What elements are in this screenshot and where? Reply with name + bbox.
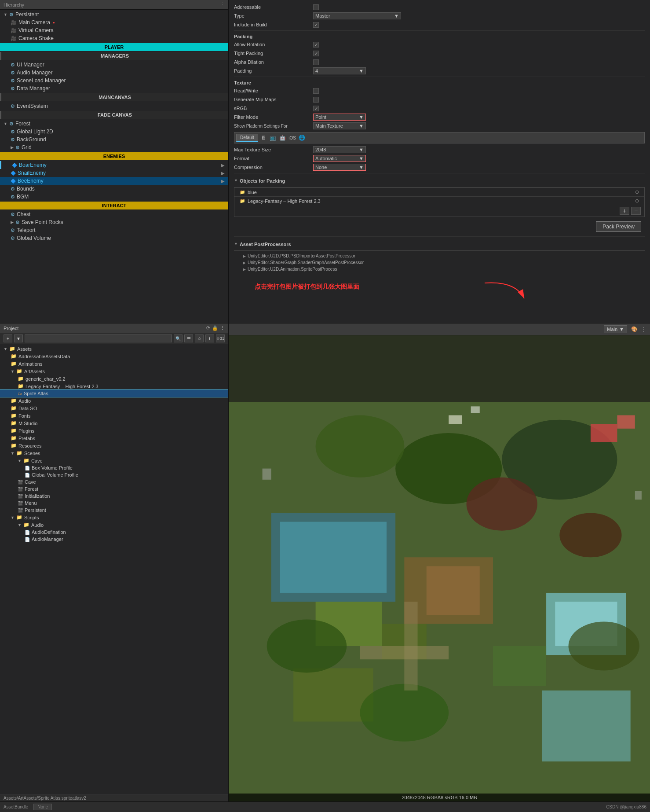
platform-ios[interactable]: iOS	[288, 133, 297, 142]
show-platform-row: Show Platform Settings For Main Texture …	[234, 121, 645, 130]
scene-options-icon[interactable]: ⋮	[641, 326, 646, 332]
hierarchy-item-boar-enemy[interactable]: 🔷 BoarEnemy ▶	[0, 161, 228, 169]
data-so-item[interactable]: 📁 Data SO	[0, 404, 228, 412]
pack-preview-area: Pack Preview	[234, 220, 645, 234]
project-lock-icon[interactable]: 🔒	[212, 325, 218, 331]
assets-root-item[interactable]: ▼ 📁 Assets	[0, 345, 228, 353]
create-btn[interactable]: +	[4, 334, 12, 342]
hierarchy-item-background[interactable]: ⚙ BackGround	[0, 136, 228, 143]
fonts-item[interactable]: 📁 Fonts	[0, 412, 228, 419]
project-sync-icon[interactable]: ⟳	[206, 325, 210, 331]
hierarchy-item-grid[interactable]: ▶ ⚙ Grid	[0, 143, 228, 151]
hierarchy-menu-icon[interactable]: ⋮	[220, 2, 225, 7]
allow-rotation-checkbox[interactable]	[313, 42, 319, 48]
type-dropdown[interactable]: Master ▼	[313, 12, 401, 19]
add-object-btn[interactable]: +	[620, 207, 629, 215]
hierarchy-item-bgm[interactable]: ⚙ BGM	[0, 193, 228, 201]
hierarchy-item-sceneload-manager[interactable]: ⚙ SceneLoad Manager	[0, 77, 228, 85]
format-dropdown[interactable]: Automatic ▼	[313, 155, 366, 162]
hierarchy-item-camera-shake[interactable]: 🎥 Camera Shake	[0, 34, 228, 42]
include-in-build-checkbox[interactable]	[313, 22, 319, 28]
cave-scene-item[interactable]: 🎬 Cave	[0, 478, 228, 485]
generate-mip-maps-checkbox[interactable]	[313, 97, 319, 103]
compression-dropdown[interactable]: None ▼	[313, 164, 366, 171]
legacy-fantasy-item[interactable]: 📁 Legacy-Fantasy – High Forest 2.3	[0, 382, 228, 390]
hierarchy-item-audio-manager[interactable]: ⚙ Audio Manager	[0, 69, 228, 77]
platform-web[interactable]: 🌐	[298, 133, 307, 142]
search-btn[interactable]: 🔍	[174, 334, 183, 342]
remove-object-btn[interactable]: −	[631, 207, 641, 215]
scripts-item[interactable]: ▼ 📁 Scripts	[0, 514, 228, 521]
create-arrow-btn[interactable]: ▼	[14, 334, 23, 342]
read-write-row: Read/Write	[234, 86, 645, 95]
platform-default[interactable]: Default	[236, 134, 258, 142]
padding-dropdown[interactable]: 4 ▼	[313, 67, 366, 74]
hierarchy-item-bee-enemy[interactable]: 🔷 BeeEnemy ▶	[0, 177, 228, 185]
art-assets-item[interactable]: ▼ 📁 ArtAssets	[0, 367, 228, 375]
hierarchy-item-main-camera[interactable]: 🎥 Main Camera ●	[0, 18, 228, 26]
hierarchy-item-teleport[interactable]: ⚙ Teleport	[0, 226, 228, 234]
addressable-checkbox[interactable]	[313, 4, 319, 10]
audio-item[interactable]: 📁 Audio	[0, 397, 228, 404]
hierarchy-item-global-light[interactable]: ⚙ Global Light 2D	[0, 128, 228, 136]
addressable-item[interactable]: 📁 AddressableAssetsData	[0, 353, 228, 360]
menu-scene-item[interactable]: 🎬 Menu	[0, 500, 228, 507]
global-volume-profile-item[interactable]: 📄 Global Volume Profile	[0, 471, 228, 478]
scene-color-icon[interactable]: 🎨	[630, 325, 639, 334]
hierarchy-item-virtual-camera[interactable]: 🎥 Virtual Camera	[0, 26, 228, 34]
platform-pc[interactable]: 🖥	[259, 133, 268, 142]
filter4-btn[interactable]: ⊕ 31	[216, 334, 225, 342]
generic-char-item[interactable]: 📁 generic_char_v0.2	[0, 375, 228, 382]
generate-mip-maps-row: Generate Mip Maps	[234, 95, 645, 104]
divider-4	[234, 236, 645, 237]
svg-rect-19	[591, 424, 617, 442]
main-texture-dropdown[interactable]: Main Texture ▼	[313, 122, 366, 129]
object-remove-blue[interactable]: ⊙	[635, 189, 639, 195]
prefabs-item[interactable]: 📁 Prefabs	[0, 434, 228, 442]
hierarchy-item-persistent[interactable]: ▼ ⚙ Persistent	[0, 11, 228, 18]
animations-item[interactable]: 📁 Animations	[0, 360, 228, 367]
filter-mode-dropdown[interactable]: Point ▼	[313, 114, 366, 121]
texture-title: Texture	[234, 78, 645, 86]
scene-main-dropdown[interactable]: Main ▼	[604, 325, 627, 333]
object-remove-legacy[interactable]: ⊙	[635, 198, 639, 204]
platform-android[interactable]: 🤖	[278, 133, 287, 142]
hierarchy-item-save-point[interactable]: ▶ ⚙ Save Point Rocks	[0, 218, 228, 226]
persistent-scene-item[interactable]: 🎬 Persistent	[0, 507, 228, 514]
resources-item[interactable]: 📁 Resources	[0, 442, 228, 449]
plugins-item[interactable]: 📁 Plugins	[0, 427, 228, 434]
hierarchy-item-forest[interactable]: ▼ ⚙ Forest	[0, 120, 228, 128]
objects-item-legacy[interactable]: 📁 Legacy-Fantasy – High Forest 2.3 ⊙	[234, 196, 644, 205]
m-studio-item[interactable]: 📁 M Studio	[0, 419, 228, 427]
tight-packing-checkbox[interactable]	[313, 51, 319, 56]
initialization-scene-item[interactable]: 🎬 Initialization	[0, 492, 228, 500]
hierarchy-item-bounds[interactable]: ⚙ Bounds	[0, 185, 228, 193]
filter1-btn[interactable]: ☰	[184, 334, 193, 342]
platform-tv[interactable]: 📺	[269, 133, 278, 142]
objects-item-blue[interactable]: 📁 blue ⊙	[234, 187, 644, 196]
audio-def-item[interactable]: 📄 AudioDefination	[0, 529, 228, 536]
hierarchy-item-chest[interactable]: ⚙ Chest	[0, 210, 228, 218]
hierarchy-item-eventsystem[interactable]: ⚙ EventSystem	[0, 102, 228, 110]
pack-preview-button[interactable]: Pack Preview	[596, 221, 641, 232]
asset-bundle-value[interactable]: None	[33, 804, 52, 810]
project-menu-icon[interactable]: ⋮	[220, 325, 225, 331]
hierarchy-item-ui-manager[interactable]: ⚙ UI Manager	[0, 61, 228, 69]
hierarchy-item-global-volume[interactable]: ⚙ Global Volume	[0, 234, 228, 242]
sprite-atlas-item[interactable]: 🗂 Sprite Atlas	[0, 390, 228, 397]
box-volume-item[interactable]: 📄 Box Volume Profile	[0, 464, 228, 471]
read-write-checkbox[interactable]	[313, 88, 319, 94]
srgb-checkbox[interactable]	[313, 106, 319, 111]
filter3-btn[interactable]: ℹ	[205, 334, 214, 342]
max-texture-size-dropdown[interactable]: 2048 ▼	[313, 146, 366, 153]
scenes-item[interactable]: ▼ 📁 Scenes	[0, 449, 228, 457]
alpha-dilation-checkbox[interactable]	[313, 59, 319, 65]
filter2-btn[interactable]: ☆	[195, 334, 204, 342]
hierarchy-item-snail-enemy[interactable]: 🔷 SnailEnemy ▶	[0, 169, 228, 177]
hierarchy-item-data-manager[interactable]: ⚙ Data Manager	[0, 85, 228, 92]
cave-folder-item[interactable]: ▼ 📁 Cave	[0, 457, 228, 464]
forest-scene-item[interactable]: 🎬 Forest	[0, 485, 228, 492]
project-search-input[interactable]	[25, 334, 172, 342]
audio-manager-item[interactable]: 📄 AudioManager	[0, 536, 228, 543]
scripts-audio-item[interactable]: ▼ 📁 Audio	[0, 521, 228, 529]
